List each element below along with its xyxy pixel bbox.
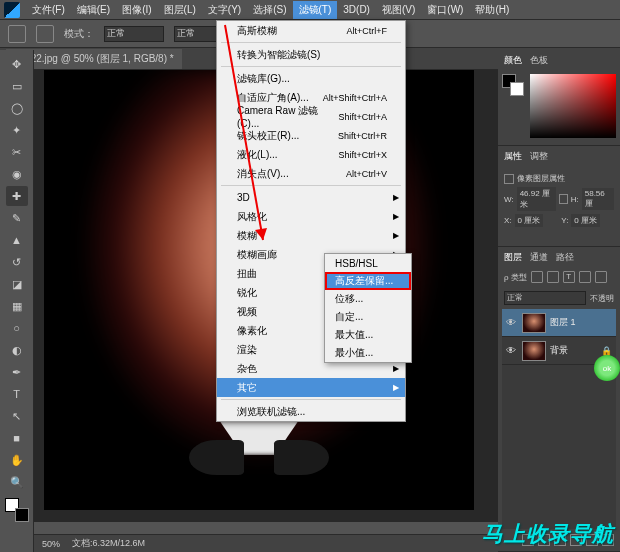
x-value[interactable]: 0 厘米	[515, 214, 544, 227]
tab-adjustments[interactable]: 调整	[530, 150, 548, 163]
layers-panel: 图层 通道 路径 ρ 类型 T 正常 不透明 👁 图层 1 👁 背	[498, 247, 620, 552]
zoom-level[interactable]: 50%	[42, 539, 60, 549]
height-label: H:	[571, 195, 579, 204]
menu-edit[interactable]: 编辑(E)	[71, 1, 116, 19]
width-label: W:	[504, 195, 514, 204]
lock-icon[interactable]: 🔒	[601, 346, 612, 356]
type-tool-icon[interactable]: T	[6, 384, 28, 404]
submenu-item[interactable]: HSB/HSL	[325, 254, 411, 272]
brush-preset-icon[interactable]	[36, 25, 54, 43]
filter-smart-icon[interactable]	[595, 271, 607, 283]
filter-shape-icon[interactable]	[579, 271, 591, 283]
kind-label: ρ 类型	[504, 272, 527, 283]
eraser-tool-icon[interactable]: ◪	[6, 274, 28, 294]
status-bar: 50% 文档:6.32M/12.6M	[34, 534, 498, 552]
width-value[interactable]: 46.92 厘米	[517, 187, 556, 211]
visibility-icon[interactable]: 👁	[506, 317, 518, 329]
watermark-text: 马上收录导航	[482, 520, 614, 548]
menu-3d[interactable]: 3D(D)	[337, 2, 376, 17]
svg-marker-1	[255, 228, 267, 240]
submenu-item[interactable]: 位移...	[325, 290, 411, 308]
height-value[interactable]: 58.56 厘	[582, 188, 614, 210]
menu-item[interactable]: 其它▶	[217, 378, 405, 397]
lasso-tool-icon[interactable]: ◯	[6, 98, 28, 118]
brush-tool-icon[interactable]: ✎	[6, 208, 28, 228]
doc-size: 文档:6.32M/12.6M	[72, 537, 145, 550]
tab-paths[interactable]: 路径	[556, 251, 574, 264]
color-panel: 颜色 色板	[498, 50, 620, 146]
other-submenu: HSB/HSL高反差保留...位移...自定...最大值...最小值...	[324, 253, 412, 363]
bg-swatch-icon[interactable]	[510, 82, 524, 96]
color-panel-swatch[interactable]	[502, 74, 524, 96]
app-logo-icon	[4, 2, 20, 18]
gradient-tool-icon[interactable]: ▦	[6, 296, 28, 316]
color-swatch[interactable]	[5, 498, 29, 522]
approve-badge-icon: ok	[594, 355, 620, 381]
tab-swatches[interactable]: 色板	[530, 54, 548, 67]
tools-panel: ✥ ▭ ◯ ✦ ✂ ◉ ✚ ✎ ▲ ↺ ◪ ▦ ○ ◐ ✒ T ↖ ■ ✋ 🔍	[0, 50, 34, 552]
move-tool-icon[interactable]: ✥	[6, 54, 28, 74]
wand-tool-icon[interactable]: ✦	[6, 120, 28, 140]
crop-tool-icon[interactable]: ✂	[6, 142, 28, 162]
mode-dropdown[interactable]: 正常	[104, 26, 164, 42]
submenu-item[interactable]: 自定...	[325, 308, 411, 326]
tab-channels[interactable]: 通道	[530, 251, 548, 264]
link-wh-icon[interactable]	[559, 194, 568, 204]
layers-list: 👁 图层 1 👁 背景 🔒	[502, 309, 616, 529]
opacity-label: 不透明	[590, 293, 614, 304]
layer-name[interactable]: 图层 1	[550, 316, 576, 329]
marquee-tool-icon[interactable]: ▭	[6, 76, 28, 96]
layer-thumbnail[interactable]	[522, 313, 546, 333]
path-tool-icon[interactable]: ↖	[6, 406, 28, 426]
arrow-annotation	[240, 25, 242, 240]
blur-tool-icon[interactable]: ○	[6, 318, 28, 338]
pixel-layer-label: 像素图层属性	[517, 173, 565, 184]
menubar: 文件(F) 编辑(E) 图像(I) 图层(L) 文字(Y) 选择(S) 滤镜(T…	[0, 0, 620, 20]
zoom-tool-icon[interactable]: 🔍	[6, 472, 28, 492]
y-label: Y:	[561, 216, 568, 225]
pen-tool-icon[interactable]: ✒	[6, 362, 28, 382]
filter-type-icon[interactable]: T	[563, 271, 575, 283]
mode-label: 模式：	[64, 27, 94, 41]
hue-cube[interactable]	[530, 74, 616, 138]
menu-filter[interactable]: 滤镜(T)	[293, 1, 338, 19]
layer-row[interactable]: 👁 图层 1	[502, 309, 616, 337]
shape-tool-icon[interactable]: ■	[6, 428, 28, 448]
spot-heal-icon[interactable]	[8, 25, 26, 43]
submenu-item[interactable]: 高反差保留...	[325, 272, 411, 290]
layer-thumbnail[interactable]	[522, 341, 546, 361]
filter-pixel-icon[interactable]	[531, 271, 543, 283]
right-panels: 颜色 色板 属性 调整 像素图层属性 W: 46.92 厘米 H:	[498, 50, 620, 552]
submenu-item[interactable]: 最小值...	[325, 344, 411, 362]
svg-line-0	[225, 25, 263, 240]
menu-image[interactable]: 图像(I)	[116, 1, 157, 19]
history-brush-tool-icon[interactable]: ↺	[6, 252, 28, 272]
menu-window[interactable]: 窗口(W)	[421, 1, 469, 19]
visibility-icon[interactable]: 👁	[506, 345, 518, 357]
blend-mode-dropdown[interactable]: 正常	[504, 291, 586, 305]
submenu-item[interactable]: 最大值...	[325, 326, 411, 344]
eyedropper-tool-icon[interactable]: ◉	[6, 164, 28, 184]
filter-adjust-icon[interactable]	[547, 271, 559, 283]
hand-tool-icon[interactable]: ✋	[6, 450, 28, 470]
stamp-tool-icon[interactable]: ▲	[6, 230, 28, 250]
menu-view[interactable]: 视图(V)	[376, 1, 421, 19]
heal-tool-icon[interactable]: ✚	[6, 186, 28, 206]
y-value[interactable]: 0 厘米	[571, 214, 600, 227]
canvas-content-bowtie	[189, 430, 329, 480]
layer-name[interactable]: 背景	[550, 344, 568, 357]
menu-help[interactable]: 帮助(H)	[469, 1, 515, 19]
tab-color[interactable]: 颜色	[504, 54, 522, 67]
dodge-tool-icon[interactable]: ◐	[6, 340, 28, 360]
pixel-layer-icon	[504, 174, 514, 184]
properties-panel: 属性 调整 像素图层属性 W: 46.92 厘米 H: 58.56 厘 X: 0…	[498, 146, 620, 247]
tab-properties[interactable]: 属性	[504, 150, 522, 163]
menu-select[interactable]: 选择(S)	[247, 1, 292, 19]
menu-layer[interactable]: 图层(L)	[158, 1, 202, 19]
tab-layers[interactable]: 图层	[504, 251, 522, 264]
menu-type[interactable]: 文字(Y)	[202, 1, 247, 19]
background-color-icon[interactable]	[15, 508, 29, 522]
menu-item[interactable]: 浏览联机滤镜...	[217, 402, 405, 421]
menu-file[interactable]: 文件(F)	[26, 1, 71, 19]
x-label: X:	[504, 216, 512, 225]
